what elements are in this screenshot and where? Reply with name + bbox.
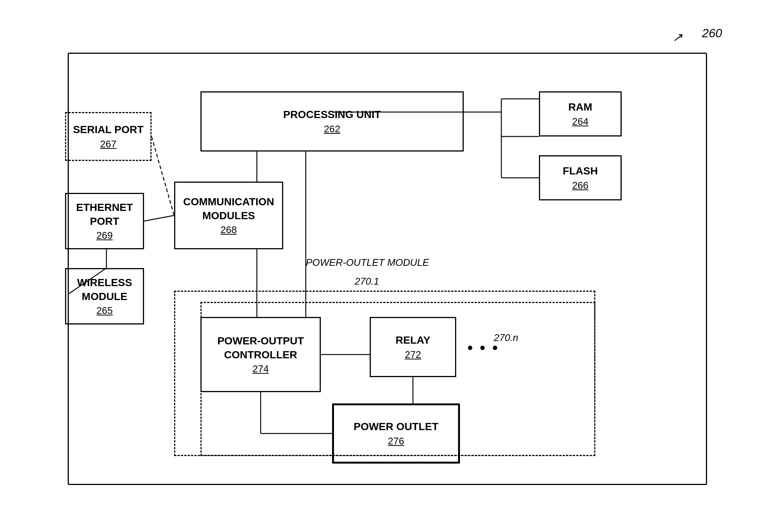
power-output-controller-box: POWER-OUTPUT CONTROLLER 274 [200,317,321,392]
processing-unit-title: PROCESSING UNIT [283,108,381,121]
ellipsis-dots: • • • [467,340,499,356]
svg-line-10 [144,215,174,221]
flash-box: FLASH 266 [539,155,622,200]
power-outlet-module-label: POWER-OUTLET MODULE [306,257,429,268]
flash-title: FLASH [563,164,598,178]
power-outlet-module-ref1: 270.1 [355,276,379,287]
wireless-module-ref: 265 [96,305,112,317]
ram-ref: 264 [572,116,588,127]
processing-unit-ref: 262 [324,123,340,135]
ram-title: RAM [568,100,592,114]
relay-ref: 272 [405,349,421,361]
main-outer-box: PROCESSING UNIT 262 RAM 264 FLASH 266 SE… [68,53,707,485]
serial-port-title: SERIAL PORT [73,123,144,136]
processing-unit-box: PROCESSING UNIT 262 [200,91,464,152]
arrow-260: ↗ [672,30,683,44]
wireless-module-box: WIRELESS MODULE 265 [65,268,144,324]
ethernet-port-ref: 269 [96,230,112,241]
relay-title: RELAY [396,333,430,347]
power-output-controller-title: POWER-OUTPUT CONTROLLER [202,334,320,362]
comm-modules-box: COMMUNICATION MODULES 268 [174,182,283,249]
power-outlet-box: POWER OUTLET 276 [332,403,460,464]
relay-box: RELAY 272 [370,317,456,377]
ethernet-port-box: ETHERNET PORT 269 [65,193,144,249]
flash-ref: 266 [572,180,588,191]
comm-modules-title: COMMUNICATION MODULES [175,195,282,223]
power-outlet-title: POWER OUTLET [354,420,439,433]
wireless-module-title: WIRELESS MODULE [66,276,143,303]
ram-box: RAM 264 [539,91,622,136]
power-outlet-ref: 276 [388,435,404,447]
svg-line-9 [152,136,174,215]
ethernet-port-title: ETHERNET PORT [66,201,143,228]
power-output-controller-ref: 274 [252,363,269,375]
ref-260-label: 260 [702,26,722,40]
comm-modules-ref: 268 [220,224,237,236]
serial-port-box: SERIAL PORT 267 [65,112,152,161]
serial-port-ref: 267 [100,138,116,150]
